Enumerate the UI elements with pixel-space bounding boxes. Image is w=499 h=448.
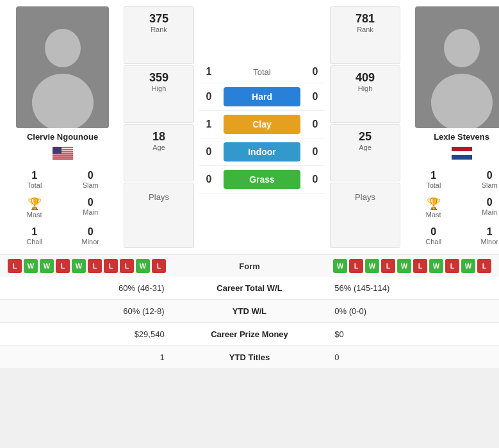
- p1-clay-score: 1: [199, 119, 218, 130]
- form-badge: W: [40, 259, 54, 273]
- player1-card: Clervie Ngounoue: [6, 6, 119, 248]
- player2-main-label: Main: [482, 208, 497, 216]
- player2-flag: [452, 147, 472, 162]
- svg-point-17: [431, 74, 493, 128]
- player1-age-box: 18 Age: [124, 124, 194, 182]
- stats-p2-value: $0: [324, 323, 499, 346]
- player2-mast-value: 🏆: [427, 197, 441, 211]
- player1-main-cell: 0 Main: [63, 194, 119, 221]
- svg-rect-11: [53, 156, 73, 157]
- form-badge: L: [120, 259, 134, 273]
- player1-slam-label: Slam: [83, 181, 99, 189]
- total-label: Total: [224, 67, 300, 77]
- stats-label: Career Total W/L: [175, 277, 325, 300]
- form-badge: L: [445, 259, 459, 273]
- player1-rank-value: 375: [127, 12, 191, 26]
- stats-p1-value: 1: [0, 346, 175, 369]
- form-badge: L: [381, 259, 395, 273]
- p2-clay-score: 0: [306, 119, 325, 130]
- form-badge: L: [477, 259, 491, 273]
- form-badge: W: [136, 259, 150, 273]
- player1-age-value: 18: [127, 130, 191, 144]
- p1-indoor-score: 0: [199, 146, 218, 158]
- form-badge: W: [429, 259, 443, 273]
- svg-rect-19: [452, 151, 472, 155]
- clay-row: 1 Clay 0: [199, 111, 325, 138]
- player2-slam-value: 0: [487, 170, 493, 181]
- form-badge: W: [24, 259, 38, 273]
- player1-mast-label: Mast: [27, 211, 42, 219]
- svg-rect-10: [53, 154, 73, 156]
- form-badge: L: [152, 259, 166, 273]
- player2-rank-value: 781: [333, 12, 397, 26]
- player1-minor-cell: 0 Minor: [63, 224, 119, 248]
- player2-plays-box: Plays: [330, 183, 400, 248]
- stats-p1-value: 60% (46-31): [0, 277, 175, 300]
- main-container: Clervie Ngounoue: [0, 0, 499, 369]
- svg-point-16: [444, 29, 480, 67]
- grass-button[interactable]: Grass: [224, 170, 300, 189]
- player2-total-label: Total: [426, 181, 441, 189]
- player1-high-value: 359: [127, 71, 191, 85]
- form-badge: L: [8, 259, 22, 273]
- bottom-section: LWWLWLLLWL Form WLWLWLWLWL 60% (46-31) C…: [0, 254, 499, 369]
- player2-minor-label: Minor: [480, 238, 498, 245]
- player2-high-label: High: [333, 85, 397, 92]
- svg-rect-13: [53, 158, 73, 159]
- player2-minor-value: 1: [487, 226, 493, 238]
- player1-avatar: [16, 6, 109, 128]
- svg-rect-12: [53, 156, 73, 158]
- svg-point-0: [45, 29, 81, 67]
- svg-rect-20: [452, 155, 472, 160]
- player2-form-badges: WLWLWLWLWL: [333, 259, 491, 273]
- player2-minor-cell: 1 Minor: [462, 224, 500, 248]
- svg-rect-9: [53, 154, 73, 155]
- svg-rect-14: [53, 158, 73, 160]
- form-badge: L: [349, 259, 363, 273]
- stats-label: YTD W/L: [175, 300, 325, 323]
- player2-rank-box: 781 Rank: [330, 6, 400, 64]
- player1-high-label: High: [127, 85, 191, 92]
- player1-plays-box: Plays: [124, 183, 194, 248]
- form-badge: L: [88, 259, 102, 273]
- form-badge: L: [413, 259, 427, 273]
- player1-name: Clervie Ngounoue: [27, 132, 98, 142]
- stats-table: 60% (46-31) Career Total W/L 56% (145-11…: [0, 277, 499, 369]
- grass-row: 0 Grass 0: [199, 166, 325, 194]
- stats-row: 60% (12-8) YTD W/L 0% (0-0): [0, 300, 499, 323]
- player1-main-label: Main: [83, 208, 98, 216]
- form-badge: W: [72, 259, 86, 273]
- svg-point-1: [32, 74, 94, 128]
- player2-mast-label: Mast: [426, 211, 441, 219]
- player2-name: Lexie Stevens: [434, 132, 489, 142]
- center-surface-panel: 1 Total 0 0 Hard 0 1 Clay 0 0 Indoor 0 0: [199, 6, 325, 248]
- hard-row: 0 Hard 0: [199, 83, 325, 111]
- stats-p2-value: 56% (145-114): [324, 277, 499, 300]
- player1-rank-box: 375 Rank: [124, 6, 194, 64]
- player2-main-cell: 0 Main: [462, 194, 500, 221]
- stats-label: YTD Titles: [175, 346, 325, 369]
- player1-total-cell: 1 Total: [6, 167, 63, 192]
- player1-mast-value: 🏆: [28, 197, 42, 211]
- stats-row: 1 YTD Titles 0: [0, 346, 499, 369]
- player1-minor-label: Minor: [81, 238, 99, 245]
- stats-p2-value: 0% (0-0): [324, 300, 499, 323]
- p1-grass-score: 0: [199, 174, 218, 185]
- indoor-row: 0 Indoor 0: [199, 138, 325, 166]
- stats-label: Career Prize Money: [175, 323, 325, 346]
- form-row: LWWLWLLLWL Form WLWLWLWLWL: [0, 254, 499, 277]
- stats-p2-value: 0: [324, 346, 499, 369]
- p1-hard-score: 0: [199, 91, 218, 103]
- stats-row: 60% (46-31) Career Total W/L 56% (145-11…: [0, 277, 499, 300]
- clay-button[interactable]: Clay: [224, 115, 300, 134]
- player2-slam-cell: 0 Slam: [462, 167, 500, 192]
- indoor-button[interactable]: Indoor: [224, 142, 300, 162]
- player2-high-value: 409: [333, 71, 397, 85]
- hard-button[interactable]: Hard: [224, 87, 300, 106]
- player2-total-cell: 1 Total: [405, 167, 462, 192]
- stats-row: $29,540 Career Prize Money $0: [0, 323, 499, 346]
- player1-chall-value: 1: [31, 226, 37, 238]
- player1-plays-label: Plays: [149, 192, 169, 202]
- player1-chall-label: Chall: [26, 238, 42, 245]
- player1-stats: 1 Total 0 Slam 🏆 Mast 0 Main 1 Chall: [6, 167, 119, 248]
